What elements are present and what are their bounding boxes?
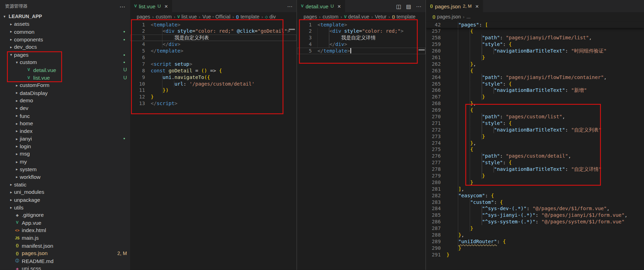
code-line[interactable]: 3 我是自定义列表 bbox=[130, 34, 296, 41]
code-line[interactable]: 283 "custom": { bbox=[426, 199, 644, 205]
tree-item-manifest-json[interactable]: {} manifest.json bbox=[0, 242, 130, 249]
code-line[interactable]: 291 } bbox=[426, 251, 644, 258]
code-line[interactable]: 257 { bbox=[426, 28, 644, 34]
tree-item-common[interactable]: ▸ common ● bbox=[0, 28, 130, 35]
breadcrumb-item[interactable]: ... bbox=[467, 14, 471, 20]
tree-item-list-vue[interactable]: V list.vue U bbox=[0, 74, 130, 81]
tree-item-index[interactable]: ▸ index bbox=[0, 127, 130, 135]
breadcrumb-item[interactable]: pages.json bbox=[437, 14, 461, 20]
code-line[interactable]: 42 "pages": [ bbox=[426, 21, 644, 28]
tree-item-custom[interactable]: ▾ custom ● bbox=[0, 58, 130, 66]
code-line[interactable]: 278 "navigationBarTitleText": "自定义详情" bbox=[426, 166, 644, 173]
code-line[interactable]: 13 </script> bbox=[130, 100, 296, 107]
code-line[interactable]: 285 "^sys-jianyi-(.*)": "@/pages/jianyi/… bbox=[426, 212, 644, 219]
code-line[interactable]: 264 "path": "pages/jianyi/flowTime/conta… bbox=[426, 74, 644, 80]
code-line[interactable]: 281 ], bbox=[426, 186, 644, 192]
code-line[interactable]: 4 </div> bbox=[297, 41, 426, 48]
breadcrumb-item[interactable]: div bbox=[270, 14, 276, 20]
code-line[interactable]: 268 }, bbox=[426, 100, 644, 107]
tree-item-README-md[interactable]: ⓘ README.md bbox=[0, 257, 130, 265]
breadcrumb-item[interactable]: pages bbox=[303, 14, 317, 20]
code-line[interactable]: 9 uni.navigateTo({ bbox=[130, 74, 296, 80]
tree-item-utils[interactable]: ▸ utils bbox=[0, 204, 130, 211]
breadcrumb-item[interactable]: template bbox=[240, 14, 259, 20]
more-actions-icon[interactable]: ⋯ bbox=[416, 3, 421, 9]
code-line[interactable]: 277 "style": { bbox=[426, 159, 644, 166]
code-editor[interactable]: 1 <template> 2 <div style="color: red;">… bbox=[297, 21, 426, 270]
breadcrumb-item[interactable]: detail.vue bbox=[348, 14, 369, 20]
tree-item-system[interactable]: ▸ system bbox=[0, 166, 130, 173]
tab-list-vue[interactable]: V list.vue U × bbox=[130, 0, 172, 12]
tree-item-demo[interactable]: ▸ demo bbox=[0, 97, 130, 104]
code-line[interactable]: 2 <div style="color: red;"> bbox=[297, 28, 426, 34]
close-icon[interactable]: × bbox=[337, 3, 341, 9]
code-line[interactable]: 273 } bbox=[426, 133, 644, 140]
close-icon[interactable]: × bbox=[475, 3, 479, 9]
code-line[interactable]: 5 </template> bbox=[130, 48, 296, 54]
close-icon[interactable]: × bbox=[165, 3, 168, 9]
tree-item-assets[interactable]: ▸ assets bbox=[0, 21, 130, 28]
code-line[interactable]: 284 "^sys-dev-(.*)": "@/pages/dev/$1/for… bbox=[426, 205, 644, 212]
tree-item-static[interactable]: ▸ static bbox=[0, 181, 130, 188]
editor-layout-icon[interactable]: ▤ bbox=[406, 3, 411, 9]
tree-item-pages-json[interactable]: {} pages.json 2, M bbox=[0, 249, 130, 257]
code-line[interactable]: 262 }, bbox=[426, 61, 644, 68]
tree-item-detail-vue[interactable]: V detail.vue U bbox=[0, 66, 130, 74]
tree-item-dataDisplay[interactable]: ▸ dataDisplay bbox=[0, 89, 130, 97]
code-line[interactable]: 286 "^sys-system-(.*)": "@/pages/system/… bbox=[426, 219, 644, 225]
breadcrumb-item[interactable]: custom bbox=[156, 14, 172, 20]
code-line[interactable]: 4 </div> bbox=[130, 41, 296, 48]
code-line[interactable]: 287 } bbox=[426, 225, 644, 232]
code-line[interactable]: 1 <template> bbox=[130, 21, 296, 28]
code-line[interactable]: 279 } bbox=[426, 173, 644, 179]
code-line[interactable]: 6 bbox=[130, 54, 296, 61]
tree-item-func[interactable]: ▸ func bbox=[0, 112, 130, 120]
explorer-root-folder[interactable]: ▾ LEARUN_APP bbox=[0, 13, 130, 21]
code-line[interactable]: 259 "style": { bbox=[426, 41, 644, 48]
code-line[interactable]: 263 { bbox=[426, 68, 644, 74]
code-line[interactable]: 258 "path": "pages/jianyi/flowTime/list"… bbox=[426, 34, 644, 41]
tree-item-msg[interactable]: ▸ msg bbox=[0, 150, 130, 158]
code-line[interactable]: 269 { bbox=[426, 107, 644, 113]
breadcrumb-item[interactable]: custom bbox=[323, 14, 339, 20]
code-line[interactable]: 271 "style": { bbox=[426, 120, 644, 127]
breadcrumb-item[interactable]: template bbox=[397, 14, 415, 20]
code-line[interactable]: 265 "style": { bbox=[426, 80, 644, 87]
tree-item--gitignore[interactable]: ◆ .gitignore bbox=[0, 211, 130, 219]
more-actions-icon[interactable]: ⋯ bbox=[120, 3, 126, 10]
sticky-scroll-line[interactable]: 42 "pages": [ bbox=[426, 21, 644, 28]
tree-item-App-vue[interactable]: V App.vue bbox=[0, 219, 130, 227]
code-line[interactable]: 280 } bbox=[426, 179, 644, 186]
breadcrumb-item[interactable]: Vetur bbox=[375, 14, 387, 20]
code-line[interactable]: 260 "navigationBarTitleText": "时间组件验证" bbox=[426, 48, 644, 54]
tree-item-components[interactable]: ▸ components ● bbox=[0, 35, 130, 43]
tree-item-unpackage[interactable]: ▸ unpackage bbox=[0, 196, 130, 204]
code-line[interactable]: 5 </template> bbox=[297, 48, 426, 54]
tree-item-index-html[interactable]: <> index.html bbox=[0, 227, 130, 234]
code-line[interactable]: 276 "path": "pages/custom/detail", bbox=[426, 153, 644, 159]
code-line[interactable]: 282 "easycom": { bbox=[426, 192, 644, 199]
code-line[interactable]: 11 }) bbox=[130, 87, 296, 94]
tree-item-jianyi[interactable]: ▸ jianyi ● bbox=[0, 135, 130, 143]
code-line[interactable]: 288 }, bbox=[426, 232, 644, 238]
code-line[interactable]: 7 <script setup> bbox=[130, 61, 296, 68]
tree-item-my[interactable]: ▸ my bbox=[0, 158, 130, 166]
code-line[interactable]: 274 }, bbox=[426, 140, 644, 146]
code-line[interactable]: 275 { bbox=[426, 146, 644, 153]
tree-item-uni-scss[interactable]: ◈ uni.scss bbox=[0, 265, 130, 270]
code-line[interactable]: 3 我是自定义详情 bbox=[297, 34, 426, 41]
code-line[interactable]: 1 <template> bbox=[297, 21, 426, 28]
tree-item-pages[interactable]: ▾ pages ● bbox=[0, 51, 130, 58]
tab-pages-json[interactable]: {} pages.json 2, M × bbox=[426, 0, 483, 12]
code-line[interactable]: 290 } bbox=[426, 245, 644, 252]
code-line[interactable]: 261 } bbox=[426, 54, 644, 61]
tree-item-customForm[interactable]: ▸ customForm bbox=[0, 81, 130, 89]
code-line[interactable]: 10 url: '/pages/custom/detail' bbox=[130, 80, 296, 87]
tree-item-home[interactable]: ▸ home bbox=[0, 120, 130, 127]
tree-item-uni_modules[interactable]: ▸ uni_modules bbox=[0, 188, 130, 196]
breadcrumb-item[interactable]: list.vue bbox=[181, 14, 197, 20]
tree-item-main-js[interactable]: JS main.js bbox=[0, 234, 130, 242]
code-line[interactable]: 266 "navigationBarTitleText": "新增" bbox=[426, 87, 644, 94]
code-line[interactable]: 270 "path": "pages/custom/list", bbox=[426, 113, 644, 120]
code-line[interactable]: 8 const goDetail = () => { bbox=[130, 68, 296, 74]
